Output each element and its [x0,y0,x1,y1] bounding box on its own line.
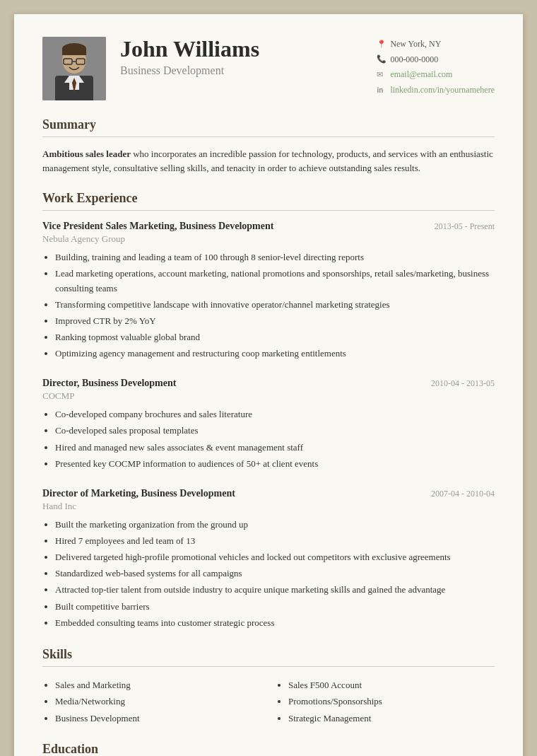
bullet-item: Presented key COCMP information to audie… [55,457,495,471]
skills-grid: Sales and Marketing Media/Networking Bus… [42,677,495,726]
header-section: John Williams Business Development 📍 New… [42,37,495,100]
svg-rect-8 [62,48,86,55]
job-3: Director of Marketing, Business Developm… [42,488,495,630]
bullet-item: Optimizing agency management and restruc… [55,347,495,361]
summary-bold: Ambitious sales leader [42,149,131,159]
linkedin-row: in linkedin.com/in/yournamehere [377,83,495,98]
bullet-item: Standardized web-based systems for all c… [55,566,495,581]
job-3-dates: 2007-04 - 2010-04 [431,489,495,499]
bullet-item: Delivered targeted high-profile promotio… [55,550,495,564]
job-1-header: Vice President Sales Marketing, Business… [42,221,495,232]
location-row: 📍 New York, NY [377,37,495,52]
job-2: Director, Business Development 2010-04 -… [42,378,495,471]
job-3-header: Director of Marketing, Business Developm… [42,488,495,499]
summary-title: Summary [42,117,495,137]
header-name-area: John Williams Business Development [120,37,362,77]
skills-section: Skills Sales and Marketing Media/Network… [42,647,495,726]
location-text: New York, NY [390,37,441,52]
email-link[interactable]: email@email.com [390,67,452,83]
bullet-item: Lead marketing operations, account marke… [55,267,495,295]
skills-left-col: Sales and Marketing Media/Networking Bus… [42,677,261,726]
skill-item: Strategic Management [288,710,495,726]
candidate-title: Business Development [120,64,362,77]
job-3-title: Director of Marketing, Business Developm… [42,488,235,499]
skill-item: Business Development [55,710,261,726]
job-1-company: Nebula Agency Group [42,233,495,245]
avatar [42,37,106,100]
job-2-company: COCMP [42,390,495,402]
bullet-item: Co-developed company brochures and sales… [55,407,495,421]
job-1-dates: 2013-05 - Present [435,221,495,232]
bullet-item: Hired and managed new sales associates &… [55,441,495,455]
candidate-name: John Williams [120,37,362,62]
phone-row: 📞 000-000-0000 [377,52,495,68]
job-2-header: Director, Business Development 2010-04 -… [42,378,495,389]
education-section: Education Master of Business Administrat… [42,742,495,756]
bullet-item: Built the marketing organization from th… [55,518,495,532]
phone-text: 000-000-0000 [390,52,438,68]
bullet-item: Attracted top-tier talent from outside i… [55,583,495,597]
skills-title: Skills [42,647,495,667]
contact-info: 📍 New York, NY 📞 000-000-0000 ✉ email@em… [362,37,495,98]
work-experience-section: Work Experience Vice President Sales Mar… [42,191,495,630]
education-title: Education [42,742,495,756]
job-1-bullets: Building, training and leading a team of… [42,250,495,361]
email-row: ✉ email@email.com [377,67,495,83]
bullet-item: Improved CTR by 2% YoY [55,314,495,328]
skill-item: Media/Networking [55,693,261,709]
skill-item: Promotions/Sponsorships [288,693,495,709]
job-1-title: Vice President Sales Marketing, Business… [42,221,273,232]
job-1: Vice President Sales Marketing, Business… [42,221,495,361]
skills-right-col: Sales F500 Account Promotions/Sponsorshi… [276,677,495,726]
skill-item: Sales F500 Account [288,677,495,693]
bullet-item: Ranking topmost valuable global brand [55,330,495,344]
bullet-item: Hired 7 employees and led team of 13 [55,534,495,548]
job-2-bullets: Co-developed company brochures and sales… [42,407,495,471]
skill-item: Sales and Marketing [55,677,261,693]
bullet-item: Embedded consulting teams into customer … [55,616,495,630]
job-3-bullets: Built the marketing organization from th… [42,518,495,630]
bullet-item: Built competitive barriers [55,600,495,614]
work-experience-title: Work Experience [42,191,495,211]
phone-icon: 📞 [377,52,386,66]
linkedin-icon: in [377,84,386,97]
job-2-dates: 2010-04 - 2013-05 [431,378,495,389]
summary-section: Summary Ambitious sales leader who incor… [42,117,495,175]
job-3-company: Hand Inc [42,501,495,512]
resume-container: John Williams Business Development 📍 New… [14,14,523,756]
bullet-item: Transforming competitive landscape with … [55,298,495,312]
bullet-item: Building, training and leading a team of… [55,250,495,264]
location-icon: 📍 [377,37,386,52]
email-icon: ✉ [377,68,386,82]
job-2-title: Director, Business Development [42,378,176,389]
bullet-item: Co-developed sales proposal templates [55,424,495,438]
summary-text: Ambitious sales leader who incorporates … [42,147,495,175]
linkedin-link[interactable]: linkedin.com/in/yournamehere [390,83,495,98]
